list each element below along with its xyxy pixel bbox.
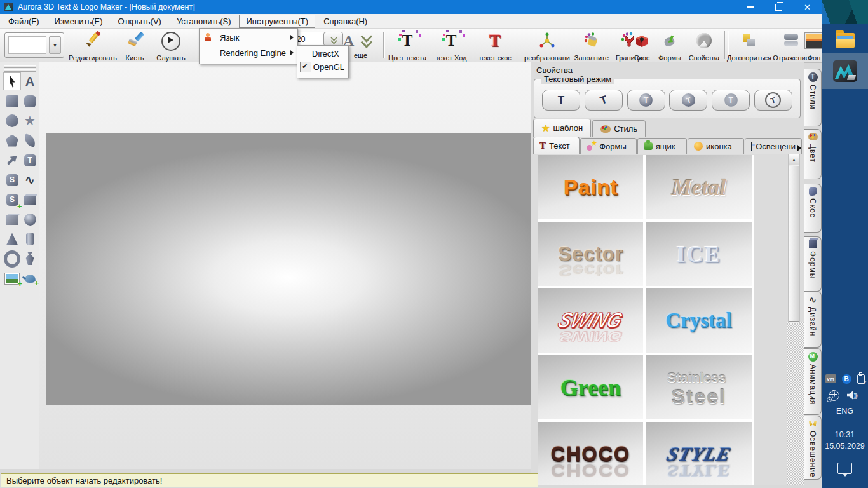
tool-circle[interactable] bbox=[3, 112, 21, 130]
template-metal[interactable]: Metal bbox=[646, 155, 752, 219]
tool-box[interactable] bbox=[3, 210, 21, 228]
menu-file[interactable]: Файл(F) bbox=[1, 15, 46, 28]
fill-button[interactable]: Заполните bbox=[573, 30, 610, 62]
combo-field[interactable] bbox=[8, 36, 46, 54]
gallery-scrollbar[interactable] bbox=[788, 154, 800, 323]
text-mode-disc[interactable]: T bbox=[712, 90, 750, 111]
side-tab-styles[interactable]: Стили bbox=[804, 69, 822, 126]
text-mode-sphere-tilted[interactable]: T bbox=[669, 90, 707, 111]
menu-item-rendering-engine[interactable]: Rendering Engine bbox=[200, 45, 297, 60]
tool-select-cursor[interactable] bbox=[3, 72, 21, 90]
submenu-item-opengl[interactable]: OpenGL bbox=[297, 60, 348, 74]
side-tab-lighting[interactable]: Освещение bbox=[804, 416, 822, 480]
menu-view[interactable]: Открыть(V) bbox=[111, 15, 168, 28]
tool-text[interactable]: A bbox=[21, 72, 39, 90]
tool-cylinder[interactable] bbox=[21, 230, 39, 248]
side-tab-shapes[interactable]: Формы bbox=[804, 236, 822, 292]
tool-pentagon[interactable] bbox=[3, 132, 21, 149]
menu-help[interactable]: Справка(H) bbox=[316, 15, 374, 28]
template-ice[interactable]: ICE bbox=[646, 222, 752, 286]
side-tab-color[interactable]: Цвет bbox=[804, 129, 822, 179]
tab-overflow-arrow-icon[interactable] bbox=[797, 145, 801, 151]
tool-square[interactable] bbox=[3, 92, 21, 110]
tool-sphere[interactable] bbox=[21, 210, 39, 228]
size-dropdown-button[interactable] bbox=[323, 32, 343, 46]
transform-button[interactable]: реобразовани bbox=[524, 30, 571, 62]
side-tab-design[interactable]: Дизайн bbox=[804, 291, 822, 348]
text-bevel-button[interactable]: T текст скос bbox=[474, 30, 516, 62]
clock-date[interactable]: 15.05.2029 bbox=[822, 441, 868, 451]
template-swing[interactable]: SWINGSWING bbox=[538, 288, 643, 353]
tool-vase[interactable] bbox=[21, 250, 39, 268]
tool-spline-text-add[interactable] bbox=[3, 191, 21, 208]
bluetooth-icon[interactable]: B bbox=[842, 374, 851, 384]
tool-curve[interactable] bbox=[21, 171, 39, 189]
tool-shield[interactable] bbox=[21, 132, 39, 149]
scrollbar-thumb[interactable] bbox=[789, 166, 799, 322]
tab-shapes[interactable]: Формы bbox=[580, 138, 637, 154]
tool-image-add[interactable] bbox=[3, 269, 21, 287]
properties-button[interactable]: Свойства bbox=[686, 30, 722, 62]
combo-dropdown-icon[interactable] bbox=[49, 36, 61, 54]
template-choco[interactable]: CHOCOCHOCO bbox=[538, 422, 643, 485]
menu-tools[interactable]: Инструменты(Т) bbox=[239, 15, 315, 28]
menu-set[interactable]: Установить(S) bbox=[170, 15, 238, 28]
tool-cone[interactable] bbox=[3, 230, 21, 248]
scrollbar-track-lower[interactable] bbox=[787, 322, 804, 485]
template-crystal[interactable]: Crystal bbox=[646, 288, 752, 353]
palette-grip[interactable] bbox=[4, 65, 36, 68]
text-stroke-button[interactable]: T текст Ход bbox=[432, 30, 470, 62]
tool-model-add[interactable] bbox=[21, 269, 39, 287]
shapes-button[interactable]: Формы bbox=[656, 30, 684, 62]
tab-box[interactable]: ящик bbox=[637, 138, 687, 154]
network-no-internet-icon[interactable] bbox=[829, 390, 839, 401]
bevel-button[interactable]: Скос bbox=[630, 30, 653, 62]
text-mode-sphere[interactable]: T bbox=[627, 90, 665, 111]
font-combo[interactable] bbox=[4, 32, 64, 58]
clock-time[interactable]: 10:31 bbox=[822, 430, 868, 440]
tab-text[interactable]: Текст bbox=[533, 137, 580, 154]
tool-rounded-square[interactable] bbox=[21, 92, 39, 110]
tab-style[interactable]: Стиль bbox=[592, 120, 646, 137]
taskbar-explorer[interactable] bbox=[822, 28, 868, 52]
template-green[interactable]: Green bbox=[538, 355, 643, 419]
tool-torus[interactable] bbox=[3, 250, 21, 268]
side-tab-animation[interactable]: Анимация bbox=[804, 348, 822, 415]
text-mode-ring[interactable]: T bbox=[754, 90, 792, 111]
volume-icon[interactable]: ))) bbox=[847, 391, 857, 400]
tool-spline-text[interactable] bbox=[3, 171, 21, 189]
side-tab-bevel[interactable]: Скос bbox=[804, 184, 822, 233]
tab-icon[interactable]: иконка bbox=[688, 138, 744, 154]
palette-grip[interactable] bbox=[4, 69, 36, 72]
scroll-up-button[interactable] bbox=[789, 154, 799, 165]
template-paint[interactable]: Paint bbox=[538, 155, 643, 219]
language-indicator[interactable]: ENG bbox=[822, 405, 868, 417]
tool-cube[interactable] bbox=[21, 191, 39, 208]
taskbar-aurora-app[interactable] bbox=[822, 53, 868, 89]
text-mode-flat[interactable]: T bbox=[542, 90, 580, 111]
minimize-button[interactable] bbox=[736, 0, 764, 14]
vmware-tray-icon[interactable]: vm bbox=[825, 374, 836, 383]
tool-arrow[interactable] bbox=[3, 151, 21, 169]
text-color-button[interactable]: T Цвет текста bbox=[386, 30, 429, 62]
submenu-item-directx[interactable]: DirectX bbox=[297, 47, 348, 60]
restore-button[interactable] bbox=[764, 0, 793, 14]
arrange-button[interactable]: Договориться bbox=[727, 30, 771, 62]
listen-button[interactable]: Слушать bbox=[153, 30, 189, 62]
more-chevron-icon[interactable] bbox=[360, 34, 372, 45]
template-stainless-steel[interactable]: StainlessSteel bbox=[646, 355, 752, 419]
tab-lighting[interactable]: Освещени bbox=[745, 138, 802, 154]
tab-template[interactable]: шаблон bbox=[533, 119, 591, 137]
edit-button[interactable]: Редактировать bbox=[66, 30, 119, 62]
brush-button[interactable]: Кисть bbox=[122, 30, 147, 62]
template-sector[interactable]: SectorSector bbox=[538, 222, 643, 286]
tool-text-frame[interactable] bbox=[21, 151, 39, 169]
usb-icon[interactable] bbox=[857, 374, 865, 384]
notification-center[interactable] bbox=[822, 460, 868, 477]
text-mode-tilted[interactable]: T bbox=[585, 90, 623, 111]
menu-edit[interactable]: Изменить(E) bbox=[48, 15, 110, 28]
menu-item-language[interactable]: Язык bbox=[200, 30, 297, 45]
tool-star[interactable] bbox=[21, 112, 39, 130]
3d-canvas[interactable] bbox=[46, 133, 531, 405]
template-style[interactable]: STYLESTYLE bbox=[646, 422, 752, 485]
